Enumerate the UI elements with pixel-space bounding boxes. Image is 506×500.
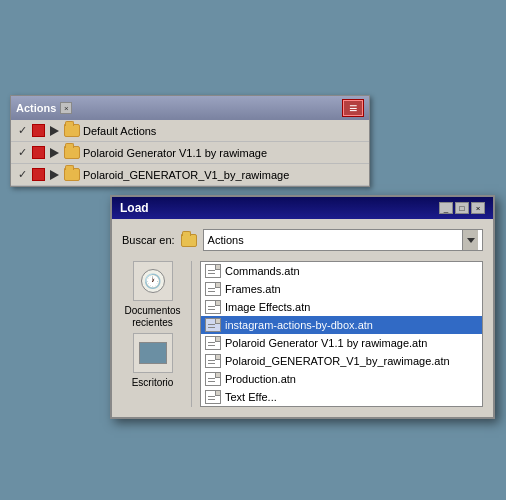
folder-icon-3: [64, 168, 80, 181]
play-button-2[interactable]: [48, 146, 61, 159]
file-name-polaroid-v11: Polaroid Generator V1.1 by rawimage.atn: [225, 337, 427, 349]
row-label-1: Default Actions: [83, 125, 156, 137]
play-button-3[interactable]: [48, 168, 61, 181]
file-name-production: Production.atn: [225, 373, 296, 385]
actions-title-left: Actions ×: [16, 102, 72, 114]
load-minimize-button[interactable]: _: [439, 202, 453, 214]
file-item-instagram[interactable]: instagram-actions-by-dbox.atn: [201, 316, 482, 334]
file-item-image-effects[interactable]: Image Effects.atn: [201, 298, 482, 316]
file-item-polaroid-v11[interactable]: Polaroid Generator V1.1 by rawimage.atn: [201, 334, 482, 352]
check-icon-1: ✓: [15, 124, 29, 138]
load-body: Buscar en: Actions 🕐 Documentosrecientes…: [112, 219, 493, 417]
file-icon-lines-polaroid-v11: [208, 342, 215, 346]
file-item-commands[interactable]: Commands.atn: [201, 262, 482, 280]
actions-close-button[interactable]: ×: [60, 102, 72, 114]
load-maximize-button[interactable]: □: [455, 202, 469, 214]
file-icon-polaroid-gen: [205, 354, 221, 368]
file-icon-lines-polaroid-gen: [208, 360, 215, 364]
file-icon-frames: [205, 282, 221, 296]
file-item-text-effe[interactable]: Text Effe...: [201, 388, 482, 406]
actions-titlebar: Actions ×: [11, 96, 369, 120]
row-label-3: Polaroid_GENERATOR_V1_by_rawimage: [83, 169, 289, 181]
desktop-icon: [139, 342, 167, 364]
red-square-1: [32, 124, 45, 137]
file-icon-commands: [205, 264, 221, 278]
file-name-frames: Frames.atn: [225, 283, 281, 295]
folder-icon-1: [64, 124, 80, 137]
file-icon-lines: [208, 270, 215, 274]
actions-panel: Actions × ✓ Default Actions ✓ Polaroid G…: [10, 95, 370, 187]
sidebar-escritorio-label: Escritorio: [132, 377, 174, 389]
file-icon-lines-image-effects: [208, 306, 215, 310]
sidebar-escritorio-icon[interactable]: [133, 333, 173, 373]
actions-panel-title: Actions: [16, 102, 56, 114]
sidebar-documentos-icon[interactable]: 🕐: [133, 261, 173, 301]
file-icon-lines-frames: [208, 288, 215, 292]
actions-row-polaroid[interactable]: ✓ Polaroid Generator V1.1 by rawimage: [11, 142, 369, 164]
file-icon-lines-text-effe: [208, 396, 215, 400]
load-dialog-title: Load: [120, 201, 149, 215]
red-square-3: [32, 168, 45, 181]
file-name-polaroid-gen: Polaroid_GENERATOR_V1_by_rawimage.atn: [225, 355, 450, 367]
arrow-down-icon: [467, 238, 475, 243]
file-icon-production: [205, 372, 221, 386]
file-name-instagram: instagram-actions-by-dbox.atn: [225, 319, 373, 331]
buscar-select[interactable]: Actions: [203, 229, 483, 251]
file-icon-lines-production: [208, 378, 215, 382]
buscar-folder-icon: [181, 234, 197, 247]
load-title-icons: _ □ ×: [439, 202, 485, 214]
file-list[interactable]: Commands.atn Frames.atn Image Effects.at…: [200, 261, 483, 407]
file-name-image-effects: Image Effects.atn: [225, 301, 310, 313]
check-icon-3: ✓: [15, 168, 29, 182]
sidebar-documentos-label: Documentosrecientes: [124, 305, 180, 329]
file-icon-lines-instagram: [208, 324, 215, 328]
load-dialog: Load _ □ × Buscar en: Actions 🕐 Do: [110, 195, 495, 419]
file-name-text-effe: Text Effe...: [225, 391, 277, 403]
file-icon-instagram: [205, 318, 221, 332]
file-icon-polaroid-v11: [205, 336, 221, 350]
play-button-1[interactable]: [48, 124, 61, 137]
check-icon-2: ✓: [15, 146, 29, 160]
buscar-select-arrow[interactable]: [462, 230, 478, 250]
actions-row-polaroid-v1[interactable]: ✓ Polaroid_GENERATOR_V1_by_rawimage: [11, 164, 369, 186]
load-sidebar: 🕐 Documentosrecientes Escritorio: [122, 261, 192, 407]
clock-icon: 🕐: [141, 269, 165, 293]
buscar-row: Buscar en: Actions: [122, 229, 483, 251]
play-triangle-2: [50, 148, 59, 158]
file-icon-image-effects: [205, 300, 221, 314]
buscar-select-value: Actions: [208, 234, 462, 246]
file-item-production[interactable]: Production.atn: [201, 370, 482, 388]
file-item-frames[interactable]: Frames.atn: [201, 280, 482, 298]
load-close-button[interactable]: ×: [471, 202, 485, 214]
play-triangle-3: [50, 170, 59, 180]
file-icon-text-effe: [205, 390, 221, 404]
file-name-commands: Commands.atn: [225, 265, 300, 277]
folder-icon-2: [64, 146, 80, 159]
load-titlebar: Load _ □ ×: [112, 197, 493, 219]
row-label-2: Polaroid Generator V1.1 by rawimage: [83, 147, 267, 159]
buscar-label: Buscar en:: [122, 234, 175, 246]
file-item-polaroid-gen[interactable]: Polaroid_GENERATOR_V1_by_rawimage.atn: [201, 352, 482, 370]
load-content-area: 🕐 Documentosrecientes Escritorio Command…: [122, 261, 483, 407]
actions-menu-button[interactable]: [342, 99, 364, 117]
actions-row-default[interactable]: ✓ Default Actions: [11, 120, 369, 142]
red-square-2: [32, 146, 45, 159]
play-triangle-1: [50, 126, 59, 136]
